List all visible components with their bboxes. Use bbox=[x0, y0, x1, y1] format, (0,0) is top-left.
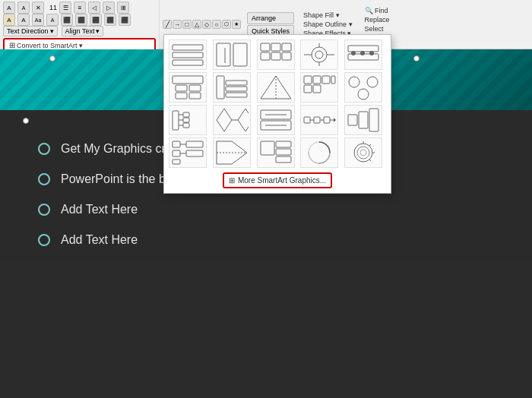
numbering-icon[interactable]: ≡ bbox=[74, 2, 86, 14]
line-shape-icon[interactable]: ╱ bbox=[163, 20, 172, 29]
align-text-arrow: ▾ bbox=[96, 27, 100, 35]
smartart-grid bbox=[169, 39, 386, 168]
clear-format-icon[interactable]: ✕ bbox=[32, 2, 44, 14]
smartart-item-6[interactable] bbox=[169, 72, 207, 103]
shape6-icon[interactable]: ○ bbox=[212, 20, 221, 29]
shape-fill-label: Shape Fill bbox=[303, 11, 334, 19]
more-smartart-label: More SmartArt Graphics... bbox=[238, 176, 326, 185]
bullet-circle-3 bbox=[38, 204, 50, 216]
replace-label: Replace bbox=[365, 16, 390, 24]
svg-rect-22 bbox=[369, 51, 374, 55]
line-spacing-icon[interactable]: ⬛ bbox=[119, 14, 131, 26]
svg-rect-36 bbox=[322, 76, 330, 84]
svg-rect-31 bbox=[226, 93, 247, 97]
svg-rect-43 bbox=[173, 111, 179, 130]
smartart-item-11[interactable] bbox=[169, 105, 207, 135]
smartart-item-14[interactable] bbox=[300, 105, 338, 135]
svg-rect-34 bbox=[304, 76, 312, 84]
svg-rect-79 bbox=[276, 156, 291, 163]
arrow-shape-icon[interactable]: → bbox=[173, 20, 182, 29]
toolbar-row-3: Text Direction ▾ Align Text ▾ bbox=[3, 26, 156, 36]
select-button[interactable]: Select bbox=[363, 25, 391, 33]
svg-rect-25 bbox=[189, 85, 201, 91]
svg-rect-73 bbox=[186, 150, 203, 156]
smartart-item-20[interactable] bbox=[344, 137, 382, 168]
svg-point-83 bbox=[360, 150, 366, 156]
shape7-icon[interactable]: ⬡ bbox=[222, 20, 231, 29]
font-size-icon[interactable]: A bbox=[3, 2, 15, 14]
more-smartart-button[interactable]: ⊞ More SmartArt Graphics... bbox=[223, 172, 332, 188]
svg-rect-3 bbox=[217, 43, 230, 66]
smartart-item-8[interactable] bbox=[257, 72, 295, 103]
svg-rect-29 bbox=[226, 81, 247, 85]
smartart-item-5[interactable] bbox=[344, 39, 382, 70]
justify-icon[interactable]: ⬛ bbox=[104, 14, 116, 26]
smartart-icon-small: ⊞ bbox=[9, 41, 15, 49]
svg-point-40 bbox=[349, 77, 359, 87]
svg-rect-21 bbox=[360, 51, 365, 55]
shape8-icon[interactable]: ★ bbox=[232, 20, 241, 29]
svg-rect-45 bbox=[183, 112, 189, 117]
svg-rect-0 bbox=[173, 45, 203, 50]
shape5-icon[interactable]: ◇ bbox=[202, 20, 211, 29]
replace-button[interactable]: Replace bbox=[363, 16, 391, 24]
smartart-item-15[interactable] bbox=[344, 105, 382, 135]
svg-point-13 bbox=[315, 51, 323, 58]
smartart-item-13[interactable] bbox=[257, 105, 295, 135]
svg-rect-27 bbox=[189, 93, 201, 99]
shape4-icon[interactable]: △ bbox=[192, 20, 201, 29]
svg-rect-61 bbox=[324, 117, 330, 123]
text-direction-button[interactable]: Text Direction ▾ bbox=[3, 26, 58, 36]
indent-less-icon[interactable]: ◁ bbox=[88, 2, 100, 14]
svg-rect-77 bbox=[276, 141, 291, 147]
find-button[interactable]: 🔍 Find bbox=[363, 7, 391, 14]
shape-outline-button[interactable]: Shape Outline ▾ bbox=[302, 21, 354, 28]
font-color-icon[interactable]: A bbox=[3, 14, 15, 26]
smartart-dropdown-panel: ⊞ More SmartArt Graphics... bbox=[163, 34, 391, 194]
shape-fill-button[interactable]: Shape Fill ▾ bbox=[302, 11, 354, 19]
indent-more-icon[interactable]: ▷ bbox=[103, 2, 115, 14]
bullet-circle-2 bbox=[38, 173, 50, 185]
smartart-item-4[interactable] bbox=[300, 39, 338, 70]
arrange-button[interactable]: Arrange bbox=[247, 12, 294, 24]
align-text-label: Align Text bbox=[65, 27, 95, 35]
align-left-icon[interactable]: ⬛ bbox=[61, 14, 73, 26]
svg-rect-35 bbox=[313, 76, 321, 84]
svg-point-12 bbox=[312, 47, 327, 62]
svg-rect-76 bbox=[261, 141, 274, 155]
smartart-item-17[interactable] bbox=[213, 137, 251, 168]
smartart-item-2[interactable] bbox=[213, 39, 251, 70]
text-direction-label: Text Direction bbox=[7, 27, 49, 35]
svg-marker-63 bbox=[334, 118, 336, 122]
smartart-item-18[interactable] bbox=[257, 137, 295, 168]
svg-point-82 bbox=[357, 147, 369, 159]
svg-rect-37 bbox=[331, 76, 335, 84]
toolbar-row-1: A A ✕ 11 ☰ ≡ ◁ ▷ ⊞ bbox=[3, 2, 156, 14]
svg-rect-78 bbox=[276, 149, 291, 155]
smartart-item-1[interactable] bbox=[169, 39, 207, 70]
svg-rect-69 bbox=[173, 160, 180, 164]
smartart-item-12[interactable] bbox=[213, 105, 251, 135]
bullets-icon[interactable]: ☰ bbox=[59, 2, 71, 14]
font-style-icon[interactable]: A bbox=[17, 14, 30, 26]
svg-rect-47 bbox=[183, 118, 189, 122]
font-aa-icon[interactable]: Aa bbox=[32, 14, 44, 26]
font-a-icon[interactable]: A bbox=[46, 14, 59, 26]
align-right-icon[interactable]: ⬛ bbox=[90, 14, 102, 26]
font-size-small-icon[interactable]: A bbox=[17, 2, 30, 14]
select-label: Select bbox=[365, 25, 384, 33]
smartart-item-16[interactable] bbox=[169, 137, 207, 168]
svg-rect-23 bbox=[173, 76, 203, 84]
align-text-button[interactable]: Align Text ▾ bbox=[62, 26, 104, 36]
columns-icon[interactable]: ⊞ bbox=[117, 2, 129, 14]
smartart-item-19[interactable] bbox=[300, 137, 338, 168]
bullet-circle-4 bbox=[38, 234, 50, 246]
svg-rect-6 bbox=[261, 43, 270, 51]
smartart-item-3[interactable] bbox=[257, 39, 295, 70]
smartart-item-7[interactable] bbox=[213, 72, 251, 103]
align-center-icon[interactable]: ⬛ bbox=[75, 14, 87, 26]
rect-shape-icon[interactable]: □ bbox=[182, 20, 192, 29]
smartart-item-10[interactable] bbox=[344, 72, 382, 103]
smartart-item-9[interactable] bbox=[300, 72, 338, 103]
svg-marker-52 bbox=[238, 109, 249, 131]
